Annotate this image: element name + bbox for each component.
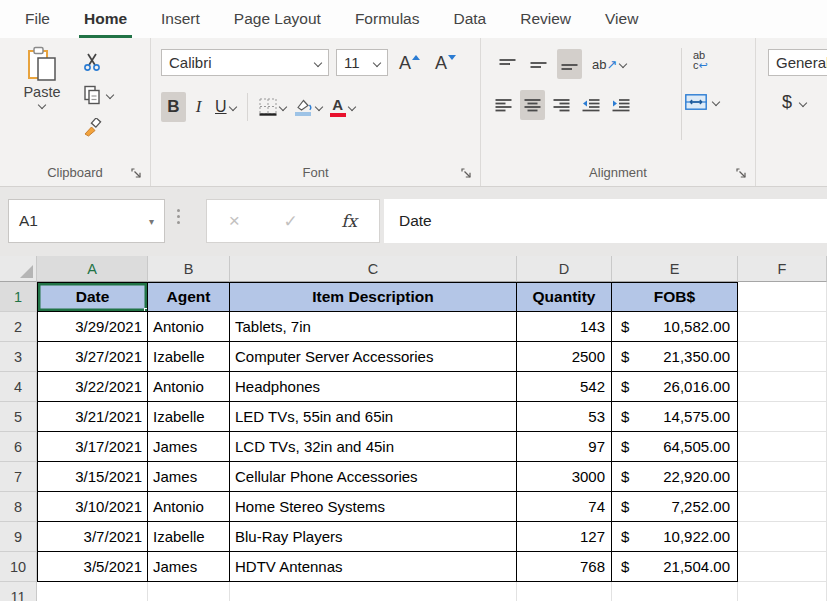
cell-B9[interactable]: Izabelle bbox=[148, 522, 230, 552]
formula-bar-grip[interactable] bbox=[177, 209, 180, 224]
tab-file[interactable]: File bbox=[8, 0, 67, 38]
cell-C5[interactable]: LED TVs, 55in and 65in bbox=[230, 402, 517, 432]
font-size-combo[interactable]: 11 bbox=[336, 49, 388, 76]
row-header-11[interactable]: 11 bbox=[0, 582, 37, 601]
cell-F1[interactable] bbox=[738, 282, 827, 312]
font-color-button[interactable]: A bbox=[326, 92, 359, 122]
orientation-button[interactable]: ab↗ bbox=[588, 49, 630, 79]
cell-A2[interactable]: 3/29/2021 bbox=[37, 312, 148, 342]
format-painter-button[interactable] bbox=[82, 116, 113, 140]
align-center-button[interactable] bbox=[520, 90, 545, 120]
selection-fill-handle[interactable] bbox=[144, 308, 148, 312]
row-header-4[interactable]: 4 bbox=[0, 372, 37, 402]
cell-C11[interactable] bbox=[230, 582, 517, 601]
cell-A1[interactable]: Date bbox=[37, 282, 148, 312]
bold-button[interactable]: B bbox=[161, 92, 186, 122]
cell-F9[interactable] bbox=[738, 522, 827, 552]
align-right-button[interactable] bbox=[549, 90, 574, 120]
cell-E7[interactable]: $22,920.00 bbox=[612, 462, 738, 492]
cell-C1[interactable]: Item Description bbox=[230, 282, 517, 312]
align-top-button[interactable] bbox=[495, 49, 520, 79]
cell-C6[interactable]: LCD TVs, 32in and 45in bbox=[230, 432, 517, 462]
row-header-3[interactable]: 3 bbox=[0, 342, 37, 372]
paste-button[interactable]: Paste bbox=[14, 46, 70, 108]
cell-B2[interactable]: Antonio bbox=[148, 312, 230, 342]
tab-insert[interactable]: Insert bbox=[144, 0, 217, 38]
row-header-5[interactable]: 5 bbox=[0, 402, 37, 432]
cell-A6[interactable]: 3/17/2021 bbox=[37, 432, 148, 462]
row-header-8[interactable]: 8 bbox=[0, 492, 37, 522]
fill-color-button[interactable] bbox=[290, 92, 326, 122]
cell-D4[interactable]: 542 bbox=[517, 372, 612, 402]
cell-C10[interactable]: HDTV Antennas bbox=[230, 552, 517, 582]
column-header-F[interactable]: F bbox=[738, 256, 827, 282]
cell-D2[interactable]: 143 bbox=[517, 312, 612, 342]
cell-F3[interactable] bbox=[738, 342, 827, 372]
cell-A3[interactable]: 3/27/2021 bbox=[37, 342, 148, 372]
merge-center-button[interactable] bbox=[685, 94, 719, 110]
cell-A10[interactable]: 3/5/2021 bbox=[37, 552, 148, 582]
cell-B7[interactable]: James bbox=[148, 462, 230, 492]
shrink-font-button[interactable]: A bbox=[431, 52, 460, 74]
cell-E2[interactable]: $10,582.00 bbox=[612, 312, 738, 342]
cell-B5[interactable]: Izabelle bbox=[148, 402, 230, 432]
italic-button[interactable]: I bbox=[186, 92, 211, 122]
cell-B6[interactable]: James bbox=[148, 432, 230, 462]
cell-D7[interactable]: 3000 bbox=[517, 462, 612, 492]
cell-D10[interactable]: 768 bbox=[517, 552, 612, 582]
cell-A5[interactable]: 3/21/2021 bbox=[37, 402, 148, 432]
cell-C8[interactable]: Home Stereo Systems bbox=[230, 492, 517, 522]
cell-F11[interactable] bbox=[738, 582, 827, 601]
cell-C7[interactable]: Cellular Phone Accessories bbox=[230, 462, 517, 492]
cell-B1[interactable]: Agent bbox=[148, 282, 230, 312]
column-header-C[interactable]: C bbox=[230, 256, 517, 282]
cell-F5[interactable] bbox=[738, 402, 827, 432]
tab-review[interactable]: Review bbox=[503, 0, 588, 38]
cell-A8[interactable]: 3/10/2021 bbox=[37, 492, 148, 522]
cell-D9[interactable]: 127 bbox=[517, 522, 612, 552]
cell-D3[interactable]: 2500 bbox=[517, 342, 612, 372]
cell-E10[interactable]: $21,504.00 bbox=[612, 552, 738, 582]
cell-E6[interactable]: $64,505.00 bbox=[612, 432, 738, 462]
select-all-button[interactable] bbox=[0, 256, 37, 282]
cell-B4[interactable]: Antonio bbox=[148, 372, 230, 402]
align-bottom-button[interactable] bbox=[557, 49, 582, 79]
number-format-combo[interactable]: General bbox=[768, 49, 827, 76]
row-header-7[interactable]: 7 bbox=[0, 462, 37, 492]
row-header-1[interactable]: 1 bbox=[0, 282, 37, 312]
underline-button[interactable]: U bbox=[211, 92, 240, 122]
align-left-button[interactable] bbox=[491, 90, 516, 120]
cell-C9[interactable]: Blu-Ray Players bbox=[230, 522, 517, 552]
cell-E1[interactable]: FOB$ bbox=[612, 282, 738, 312]
cell-F8[interactable] bbox=[738, 492, 827, 522]
tab-view[interactable]: View bbox=[588, 0, 655, 38]
cell-C2[interactable]: Tablets, 7in bbox=[230, 312, 517, 342]
cell-E3[interactable]: $21,350.00 bbox=[612, 342, 738, 372]
enter-icon[interactable]: ✓ bbox=[283, 211, 297, 232]
cell-F10[interactable] bbox=[738, 552, 827, 582]
formula-input[interactable]: Date bbox=[384, 199, 827, 243]
name-box-dropdown-icon[interactable]: ▾ bbox=[149, 216, 154, 227]
cell-D8[interactable]: 74 bbox=[517, 492, 612, 522]
font-dialog-launcher[interactable] bbox=[459, 166, 473, 180]
clipboard-dialog-launcher[interactable] bbox=[129, 166, 143, 180]
copy-button[interactable] bbox=[82, 83, 113, 107]
cell-E5[interactable]: $14,575.00 bbox=[612, 402, 738, 432]
cell-F2[interactable] bbox=[738, 312, 827, 342]
tab-page-layout[interactable]: Page Layout bbox=[217, 0, 338, 38]
accounting-format-button[interactable]: $ bbox=[782, 92, 806, 113]
wrap-text-button[interactable]: ab c↩ bbox=[693, 50, 708, 70]
column-header-B[interactable]: B bbox=[148, 256, 230, 282]
tab-home[interactable]: Home bbox=[67, 0, 144, 38]
column-header-E[interactable]: E bbox=[612, 256, 738, 282]
cell-D5[interactable]: 53 bbox=[517, 402, 612, 432]
cell-F7[interactable] bbox=[738, 462, 827, 492]
cell-F6[interactable] bbox=[738, 432, 827, 462]
font-name-combo[interactable]: Calibri bbox=[161, 49, 329, 76]
row-header-6[interactable]: 6 bbox=[0, 432, 37, 462]
cell-A7[interactable]: 3/15/2021 bbox=[37, 462, 148, 492]
cell-A9[interactable]: 3/7/2021 bbox=[37, 522, 148, 552]
cell-B11[interactable] bbox=[148, 582, 230, 601]
cell-A4[interactable]: 3/22/2021 bbox=[37, 372, 148, 402]
row-header-9[interactable]: 9 bbox=[0, 522, 37, 552]
